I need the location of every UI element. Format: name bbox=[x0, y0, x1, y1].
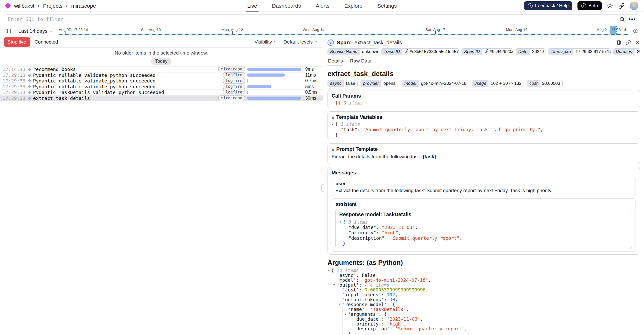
duration-bar bbox=[247, 97, 301, 100]
tab-details[interactable]: Details bbox=[328, 57, 343, 66]
question-icon: ? bbox=[528, 3, 533, 8]
zoom-in-icon[interactable] bbox=[631, 27, 640, 35]
user-avatar[interactable] bbox=[630, 2, 638, 10]
beta-button[interactable]: i Beta bbox=[577, 1, 602, 10]
breadcrumb-org[interactable]: willbakst bbox=[14, 3, 34, 9]
collapse-chevron-icon[interactable]: ∧ bbox=[332, 147, 334, 151]
code-token: : { bbox=[378, 312, 387, 317]
log-name: extract_task_details bbox=[33, 96, 90, 101]
meta-trace-id[interactable]: Trace ID#c3b5157330ea5c1fd4572747af512d2… bbox=[381, 48, 459, 55]
levels-label: Default levels bbox=[283, 39, 313, 45]
meta-label: Duration bbox=[614, 49, 635, 55]
code-token: { bbox=[343, 219, 348, 225]
code-token: 'response_model' bbox=[342, 302, 387, 307]
visibility-label: Visibility bbox=[255, 39, 272, 45]
share-link-icon[interactable] bbox=[618, 3, 625, 9]
code-token: : bbox=[359, 287, 365, 292]
link-icon bbox=[405, 49, 408, 54]
meta-span-id[interactable]: Span ID#9c942620aa93dbb4 bbox=[462, 48, 513, 55]
code-line: ∨{ 10 items bbox=[331, 268, 640, 273]
visibility-dropdown[interactable]: Visibility bbox=[255, 39, 277, 45]
stop-live-button[interactable]: Stop live bbox=[4, 37, 30, 47]
open-panel-icon[interactable] bbox=[616, 40, 621, 45]
log-row[interactable]: 17:14:43recommend_booksmirascope9ms bbox=[0, 67, 323, 72]
nav-tab-dashboards[interactable]: Dashboards bbox=[272, 0, 301, 12]
time-range-select[interactable]: Last 14 days bbox=[16, 28, 55, 34]
code-line: 'cost': 0.00003329999999999996, bbox=[331, 287, 640, 292]
search-icon[interactable] bbox=[619, 16, 625, 22]
code-line: 'async': False, bbox=[331, 273, 640, 278]
tab-raw-data[interactable]: Raw Data bbox=[350, 57, 372, 66]
badge-value: false bbox=[344, 80, 357, 87]
close-icon[interactable] bbox=[635, 40, 640, 45]
messages-card: Messages user Extract the details from t… bbox=[328, 167, 640, 255]
collapse-chevron-icon[interactable]: ∨ bbox=[333, 282, 337, 287]
collapse-chevron-icon[interactable]: ∨ bbox=[339, 219, 343, 225]
call-params-title: Call Params bbox=[332, 93, 636, 99]
breadcrumb-project[interactable]: mirascope bbox=[71, 3, 96, 9]
log-row[interactable]: 17:29:33Pydantic nullable validate_pytho… bbox=[0, 72, 323, 78]
levels-dropdown[interactable]: Default levels bbox=[283, 39, 318, 45]
span-diamond-icon bbox=[28, 97, 31, 100]
log-tag-badge[interactable]: logfire bbox=[223, 90, 245, 95]
log-tag-badge[interactable]: mirascope bbox=[218, 96, 245, 101]
span-diamond-icon bbox=[28, 91, 31, 94]
timeline-track[interactable]: Aug 07, 17:26:14 Aug 21, 17:26:14 Sat, A… bbox=[59, 26, 628, 36]
timeline-end-label: Aug 21, 17:26:14 bbox=[597, 27, 626, 32]
badge-value: $0.00003 bbox=[540, 80, 562, 87]
sidebar-toggle-icon[interactable] bbox=[4, 27, 13, 35]
timeline-tick bbox=[314, 31, 314, 34]
log-row[interactable]: 17:29:33Pydantic TaskDetails validate_py… bbox=[0, 90, 323, 96]
log-tag-badge[interactable]: logfire bbox=[223, 72, 245, 78]
copy-link-icon[interactable] bbox=[626, 40, 631, 45]
log-tag-badge[interactable]: logfire bbox=[223, 84, 245, 89]
logo-diamond-icon[interactable] bbox=[5, 3, 11, 9]
sql-filter-input[interactable] bbox=[8, 16, 619, 22]
arguments-title: Arguments: (as Python) bbox=[328, 259, 640, 267]
day-divider-badge: Today bbox=[151, 58, 171, 65]
breadcrumb: willbakst Projects mirascope bbox=[6, 3, 96, 9]
feedback-help-button[interactable]: ? Feedback / Help bbox=[524, 1, 572, 10]
indent-guide bbox=[331, 321, 337, 326]
nav-tab-settings[interactable]: Settings bbox=[377, 0, 397, 12]
breadcrumb-projects[interactable]: Projects bbox=[43, 3, 62, 9]
log-row[interactable]: 17:29:33Pydantic nullable validate_pytho… bbox=[0, 84, 323, 90]
code-token: , bbox=[465, 326, 467, 331]
code-token: 1 items bbox=[341, 121, 360, 127]
indent-guide bbox=[337, 287, 342, 292]
collapse-chevron-icon[interactable]: ∨ bbox=[332, 121, 335, 127]
log-tag-badge[interactable]: mirascope bbox=[218, 67, 245, 72]
prompt-template-title: Prompt Template bbox=[336, 146, 378, 152]
log-row[interactable]: 17:29:33Pydantic nullable validate_pytho… bbox=[0, 78, 323, 84]
code-token: : bbox=[356, 278, 362, 282]
theme-toggle-icon[interactable] bbox=[607, 3, 613, 9]
log-tag-badge[interactable]: logfire bbox=[223, 78, 245, 83]
collapse-chevron-icon[interactable]: ∨ bbox=[344, 312, 348, 317]
code-line: 'priority': 'high', bbox=[331, 321, 640, 326]
duration-label: 5ms bbox=[305, 84, 320, 89]
log-timestamp: 17:29:33 bbox=[3, 96, 26, 101]
live-controls: Stop live Connected Visibility Default l… bbox=[0, 36, 323, 48]
meta-date: Date2024-08-21 bbox=[516, 48, 545, 55]
nav-tab-alerts[interactable]: Alerts bbox=[316, 0, 330, 12]
code-token: 'gpt-4o-mini-2024-07-18' bbox=[362, 278, 428, 282]
code-token: 'name' bbox=[348, 307, 365, 312]
collapse-chevron-icon[interactable]: ∨ bbox=[339, 302, 342, 307]
code-token: 'due_date' bbox=[354, 317, 381, 321]
code-line: } bbox=[343, 241, 628, 246]
panel-resize-handle[interactable] bbox=[321, 184, 324, 192]
span-kind-label: Span: bbox=[337, 39, 352, 46]
log-row[interactable]: 17:29:33extract_task_detailsmirascope30m… bbox=[0, 96, 323, 101]
more-options-icon[interactable]: ••• bbox=[629, 18, 636, 20]
nav-tab-live[interactable]: Live bbox=[247, 0, 257, 12]
nav-tab-explore[interactable]: Explore bbox=[344, 0, 363, 12]
live-view-panel: Stop live Connected Visibility Default l… bbox=[0, 36, 323, 334]
collapse-chevron-icon[interactable]: ∨ bbox=[328, 268, 331, 273]
indent-guide bbox=[331, 317, 337, 321]
duration-bar-track bbox=[247, 85, 303, 88]
code-token: , bbox=[376, 273, 378, 278]
assistant-message-card: assistant Response model: TaskDetails ∨{… bbox=[332, 198, 636, 252]
timeline-start-label: Aug 07, 17:26:14 bbox=[59, 27, 88, 32]
collapse-chevron-icon[interactable]: ∧ bbox=[332, 115, 334, 119]
code-token: "Submit quarterly report by next Friday.… bbox=[363, 127, 541, 132]
